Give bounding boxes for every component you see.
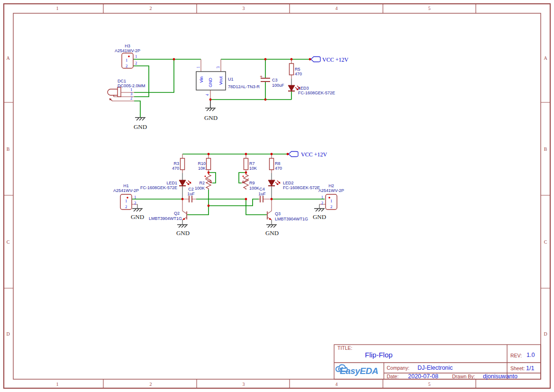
u1-ref[interactable]: U1: [228, 77, 234, 82]
frame-row-label-right: B: [544, 146, 547, 152]
c3-value[interactable]: 100uF: [272, 83, 284, 88]
h1-pin-1[interactable]: 1: [134, 195, 136, 200]
symbol-c2: [189, 196, 192, 202]
c3-ref[interactable]: C3: [272, 78, 278, 82]
h2-pad-1[interactable]: 1: [330, 199, 332, 203]
u1-pin-3[interactable]: 3: [216, 66, 220, 68]
h1-pad-1[interactable]: 1: [125, 199, 127, 203]
easyeda-cloud-icon: [335, 363, 349, 374]
led1-value[interactable]: FC-1608GEK-572E: [140, 185, 177, 190]
r5-value[interactable]: 470: [295, 72, 302, 76]
led2-value[interactable]: FC-1608GEK-572E: [283, 185, 320, 190]
dc1-ref[interactable]: DC1: [118, 79, 126, 83]
symbol-r10: [207, 158, 211, 170]
net-gnd-h2[interactable]: GND: [313, 213, 326, 221]
h3-pin-1[interactable]: 1: [135, 54, 137, 59]
frame-row-label-right: A: [544, 55, 547, 61]
c3-plus[interactable]: +: [260, 74, 263, 79]
q2-value[interactable]: LMBT3904WT1G: [149, 216, 182, 221]
sheet-title[interactable]: Flip-Flop: [365, 351, 392, 359]
h2-value[interactable]: A2541WV-2P: [318, 188, 344, 193]
r3-value[interactable]: 470: [172, 166, 179, 171]
h1-ref[interactable]: H1: [123, 183, 129, 188]
symbol-q2: [182, 211, 187, 220]
r9-ref[interactable]: R9: [249, 181, 255, 185]
h3-pin-2[interactable]: 2: [135, 61, 137, 65]
date-value[interactable]: 2020-07-08: [408, 373, 438, 380]
u1-pin-1[interactable]: 1: [196, 66, 200, 68]
h2-ref[interactable]: H2: [328, 183, 334, 188]
rev-value[interactable]: 1.0: [527, 352, 535, 358]
sheet-value[interactable]: 1/1: [526, 365, 534, 372]
frame-row-label-left: B: [7, 146, 10, 152]
symbol-r8: [270, 158, 274, 170]
symbol-r7: [244, 158, 248, 170]
led-symbols[interactable]: [179, 85, 300, 186]
net-vcc-ff[interactable]: VCC +12V: [301, 151, 327, 158]
r5-ref[interactable]: R5: [295, 67, 300, 72]
symbol-led1: [179, 180, 191, 186]
c2-ref[interactable]: C2: [188, 187, 194, 191]
company-value[interactable]: DJ-Electronic: [418, 365, 453, 371]
r3-ref[interactable]: R3: [173, 161, 179, 166]
drawn-by-value[interactable]: djonisuwanto: [483, 373, 518, 380]
led3-value[interactable]: FC-1608GEK-572E: [298, 91, 335, 95]
r2-ref[interactable]: R2: [199, 181, 205, 185]
frame-col-label-top: 4: [336, 6, 338, 11]
frame-col-label-top: 3: [243, 6, 245, 11]
transistor-symbols[interactable]: [182, 211, 272, 220]
u1-pinname-vin[interactable]: Vin: [199, 77, 204, 83]
h1-pad-2[interactable]: 2: [125, 204, 127, 209]
gnd-symbols[interactable]: [132, 100, 325, 228]
net-gnd-q2[interactable]: GND: [176, 229, 190, 237]
frame-col-label-bottom: 2: [150, 382, 152, 387]
u1-value[interactable]: 78D12AL-TN3-R: [228, 84, 260, 89]
r8-ref[interactable]: R8: [275, 161, 281, 166]
c4-ref[interactable]: C4: [259, 187, 265, 191]
u1-pin-4[interactable]: 4: [205, 94, 209, 96]
easyeda-logo: EasyEDA: [335, 363, 383, 379]
net-vcc-top[interactable]: VCC +12V: [322, 56, 348, 64]
frame-row-label-left: A: [6, 55, 9, 61]
frame-col-label-top: 2: [150, 6, 152, 11]
u1-pinname-vout[interactable]: Vout: [218, 76, 223, 85]
r9-value[interactable]: 100K: [249, 186, 259, 191]
r8-value[interactable]: 470: [275, 166, 282, 171]
company-label: Company:: [387, 365, 409, 371]
r7-ref[interactable]: R7: [249, 161, 255, 166]
r2-value[interactable]: 100K: [195, 186, 205, 191]
led1-ref[interactable]: LED1: [166, 181, 177, 185]
potentiometer-symbols[interactable]: [205, 173, 249, 190]
led3-ref[interactable]: LED3: [298, 86, 309, 91]
frame-col-label-bottom: 5: [428, 382, 431, 387]
net-gnd-h1[interactable]: GND: [131, 213, 144, 221]
led2-ref[interactable]: LED2: [283, 181, 294, 185]
net-gnd-q3[interactable]: GND: [265, 229, 279, 237]
q2-ref[interactable]: Q2: [174, 211, 180, 216]
h3-ref[interactable]: H3: [125, 44, 130, 48]
h1-pin-2[interactable]: 2: [134, 201, 136, 205]
wires[interactable]: [132, 59, 325, 215]
c2-value[interactable]: 1uF: [187, 191, 195, 196]
r10-ref[interactable]: R10: [198, 161, 206, 166]
h3-pad-1[interactable]: 1: [126, 58, 127, 63]
h1-value[interactable]: A2541WV-2P: [113, 188, 139, 193]
h2-pad-2[interactable]: 2: [330, 204, 332, 209]
dc1-pin-2[interactable]: 2: [130, 96, 132, 100]
u1-pinname-gnd[interactable]: GND: [208, 78, 213, 87]
q3-ref[interactable]: Q3: [275, 211, 281, 216]
h3-pad-2[interactable]: 2: [126, 64, 127, 68]
net-gnd-u1[interactable]: GND: [204, 114, 218, 122]
drawn-by-label: Drawn By:: [452, 374, 475, 379]
symbol-dc1[interactable]: [108, 87, 121, 101]
h3-value[interactable]: A2541WV-2P: [115, 48, 140, 53]
net-gnd-dc1[interactable]: GND: [134, 123, 147, 131]
schematic-canvas[interactable]: [0, 0, 554, 392]
r7-value[interactable]: 10K: [249, 166, 257, 171]
q3-value[interactable]: LMBT3904WT1G: [275, 217, 308, 221]
r10-value[interactable]: 10K: [198, 166, 206, 171]
frame-row-label-right: C: [544, 239, 547, 245]
c4-value[interactable]: 1uF: [258, 191, 266, 196]
h2-pin-1[interactable]: 1: [321, 195, 323, 200]
h2-pin-2[interactable]: 2: [321, 201, 323, 205]
